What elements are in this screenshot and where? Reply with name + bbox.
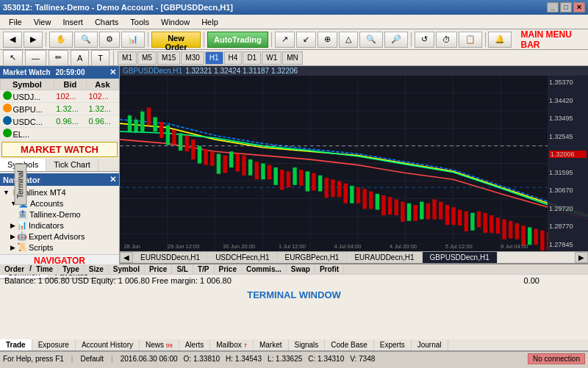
svg-rect-84 [528,227,531,245]
separator-3 [204,32,204,47]
svg-rect-61 [381,195,385,215]
chart-canvas[interactable]: CHART WINDOW [120,76,588,251]
forward-button[interactable]: ▶ [24,32,43,48]
menu-file[interactable]: File [3,16,28,28]
menu-help[interactable]: Help [196,16,224,28]
draw-btn-2[interactable]: — [25,50,46,66]
svg-rect-25 [153,117,157,131]
term-tab-experts[interactable]: Experts [374,339,412,350]
term-tab-trade[interactable]: Trade [0,339,32,350]
connection-status: No connection [528,353,585,364]
svg-text:1 Jul 12:00: 1 Jul 12:00 [279,243,306,250]
tab-euraud[interactable]: EURAUDDecn,H1 [347,252,422,263]
low-price: L: 1.33625 [268,355,302,363]
draw-btn-3[interactable]: ✏ [49,50,68,66]
draw-btn-1[interactable]: ↖ [3,50,23,66]
tool-btn-10[interactable]: 🔔 [488,32,512,48]
market-watch-close[interactable]: ✕ [110,68,116,77]
nav-indicators[interactable]: ▶ 📊 Indicators [0,220,119,231]
nav-scripts[interactable]: ▶ 📜 Scripts [0,242,119,253]
chart-scroll-right[interactable]: ▶ [575,252,588,263]
tool-btn-9[interactable]: 📋 [459,32,482,48]
tf-w1[interactable]: W1 [262,51,282,65]
chart-tabs-row: ◀ EURUSDDecn,H1 USDCHFecn,H1 EURGBPecn,H… [120,251,588,263]
tool-btn-1[interactable]: ↗ [275,32,295,48]
tool-btn-2[interactable]: ↙ [296,32,316,48]
svg-text:28 Jun: 28 Jun [123,243,140,250]
back-button[interactable]: ◀ [3,32,22,48]
svg-rect-80 [502,220,506,239]
menu-charts[interactable]: Charts [89,16,124,28]
svg-rect-58 [362,189,366,209]
tool-btn-3[interactable]: ⊕ [318,32,337,48]
tf-h1[interactable]: H1 [205,51,223,65]
term-tab-mailbox[interactable]: Mailbox 7 [210,339,254,350]
separator-2 [148,32,148,47]
svg-rect-43 [268,165,271,180]
tab-eurgbp[interactable]: EURGBPecn,H1 [278,252,348,263]
tf-m1[interactable]: M1 [118,51,137,65]
svg-rect-26 [159,122,163,138]
term-tab-alerts[interactable]: Alerts [179,339,211,350]
nav-root-label: Tallinex MT4 [21,188,66,197]
svg-rect-73 [458,210,462,226]
new-order-button[interactable]: New Order [151,32,201,48]
separator-5 [411,32,412,47]
term-tab-signals[interactable]: Signals [289,339,326,350]
term-tab-codebase[interactable]: Code Base [325,339,373,350]
close-button[interactable]: ✕ [573,2,585,12]
nav-expert-advisors[interactable]: ▶ 🤖 Expert Advisors [0,231,119,242]
tab-usdchf[interactable]: USDCHFecn,H1 [208,252,277,263]
tab-tick-chart[interactable]: Tick Chart [46,159,98,171]
properties-button[interactable]: ⚙ [99,32,120,48]
col-commis: Commis... [242,264,287,274]
tf-m30[interactable]: M30 [181,51,204,65]
nav-demo-account[interactable]: 🏦 Tallinex-Demo [0,209,119,220]
menu-view[interactable]: View [28,16,57,28]
hand-tool-button[interactable]: ✋ [49,32,73,48]
main-menu-bar-label: MAIN MENU BAR [520,29,585,50]
folder-icon-ea: 🤖 [17,231,27,241]
navigator-close[interactable]: ✕ [110,175,116,184]
autotrading-button[interactable]: AutoTrading [207,32,268,48]
nav-accounts-label: Accounts [30,199,63,208]
tf-mn[interactable]: MN [282,51,303,65]
term-tab-market[interactable]: Market [254,339,289,350]
draw-btn-5[interactable]: T [91,50,110,66]
tool-btn-5[interactable]: 🔍 [359,32,383,48]
tab-eurusd[interactable]: EURUSDDecn,H1 [133,252,208,263]
term-tab-news[interactable]: News 99 [140,339,179,350]
menu-window[interactable]: Window [155,16,196,28]
zoom-in-button[interactable]: 🔍 [74,32,98,48]
draw-btn-4[interactable]: A [71,50,89,66]
price-level-5: 1.32006 [549,151,587,158]
tab-gbpusd[interactable]: GBPUSDDecn,H1 [423,252,498,263]
chart-settings-button[interactable]: 📊 [121,32,145,48]
term-tab-account-history[interactable]: Account History [76,339,140,350]
svg-rect-66 [413,205,417,221]
tool-btn-7[interactable]: ↺ [415,32,434,48]
menu-tools[interactable]: Tools [124,16,155,28]
left-sidebar-tab[interactable]: Terminal [14,164,26,205]
tf-h4[interactable]: H4 [224,51,243,65]
tf-d1[interactable]: D1 [243,51,261,65]
svg-rect-40 [248,159,252,176]
svg-rect-79 [496,217,500,234]
tool-btn-4[interactable]: △ [339,32,358,48]
svg-rect-53 [331,179,334,197]
tf-m5[interactable]: M5 [137,51,157,65]
svg-rect-52 [325,178,329,198]
menu-insert[interactable]: Insert [57,16,89,28]
svg-rect-49 [306,171,309,191]
tool-btn-8[interactable]: ⏱ [436,32,457,48]
term-tab-exposure[interactable]: Exposure [32,339,76,350]
minimize-button[interactable]: _ [547,2,559,12]
term-tab-journal[interactable]: Journal [412,339,448,350]
tf-m15[interactable]: M15 [157,51,180,65]
svg-rect-38 [236,154,240,171]
separator-1 [46,32,46,47]
maximize-button[interactable]: □ [560,2,572,12]
tool-btn-6[interactable]: 🔎 [384,32,408,48]
chart-scroll-left[interactable]: ◀ [120,252,133,263]
market-watch-label: MARKET WATCH [1,142,118,157]
